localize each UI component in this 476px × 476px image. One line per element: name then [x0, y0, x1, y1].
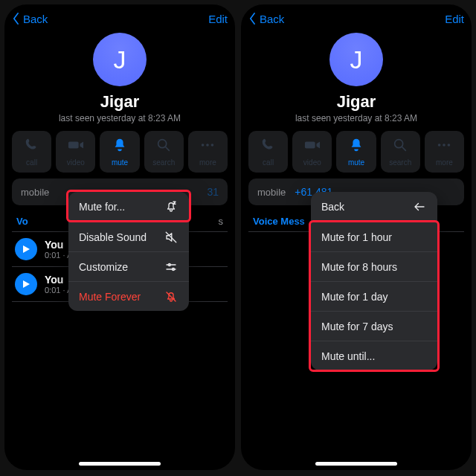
menu-8-hours[interactable]: Mute for 8 hours	[311, 251, 437, 281]
menu-mute-for-label: Mute for...	[79, 201, 125, 213]
video-button[interactable]: video	[56, 131, 95, 173]
play-icon[interactable]	[15, 273, 37, 295]
svg-point-6	[395, 140, 403, 148]
tab-fragment: s	[219, 216, 224, 227]
call-label: call	[263, 158, 274, 167]
svg-point-7	[438, 144, 441, 147]
svg-point-8	[443, 144, 446, 147]
back-button[interactable]: Back	[12, 12, 48, 25]
menu-1-hour-label: Mute for 1 hour	[321, 231, 392, 243]
mobile-label: mobile	[257, 187, 286, 198]
bell-icon	[112, 137, 128, 156]
back-label: Back	[23, 13, 48, 25]
search-label: search	[389, 158, 411, 167]
menu-disable-sound-label: Disable Sound	[79, 231, 147, 243]
mobile-value: 31	[207, 186, 219, 198]
tab-voice[interactable]: Vo	[16, 216, 28, 227]
menu-mute-forever[interactable]: Mute Forever	[68, 281, 189, 311]
search-button[interactable]: search	[381, 131, 420, 173]
play-icon[interactable]	[15, 238, 37, 260]
mute-label: mute	[112, 158, 128, 167]
mute-button[interactable]: mute	[100, 131, 139, 173]
svg-point-0	[158, 140, 167, 148]
search-label: search	[152, 158, 175, 167]
video-label: video	[303, 158, 321, 167]
avatar[interactable]: J	[329, 33, 383, 86]
more-label: more	[436, 158, 453, 167]
phone-icon	[260, 137, 277, 156]
last-seen: last seen yesterday at 8:23 AM	[295, 113, 417, 123]
back-button[interactable]: Back	[248, 12, 284, 25]
mute-duration-menu: Back Mute for 1 hour Mute for 8 hours Mu…	[311, 192, 437, 370]
home-indicator	[315, 462, 397, 466]
svg-point-2	[207, 144, 210, 147]
profile-name: Jigar	[337, 92, 376, 112]
menu-8-hours-label: Mute for 8 hours	[321, 261, 397, 273]
menu-mute-forever-label: Mute Forever	[79, 291, 141, 303]
menu-1-day[interactable]: Mute for 1 day	[311, 281, 437, 311]
profile-header: J Jigar last seen yesterday at 8:23 AM	[4, 33, 235, 123]
menu-7-days[interactable]: Mute for 7 days	[311, 311, 437, 341]
action-row: call video mute search more	[241, 123, 472, 173]
video-icon	[304, 137, 321, 156]
profile-header: J Jigar last seen yesterday at 8:23 AM	[241, 33, 472, 123]
menu-7-days-label: Mute for 7 days	[321, 321, 393, 332]
last-seen: last seen yesterday at 8:23 AM	[59, 113, 181, 123]
screenshot-left: Back Edit J Jigar last seen yesterday at…	[4, 4, 235, 470]
more-label: more	[199, 158, 216, 167]
search-icon	[155, 137, 172, 156]
menu-until-label: Mute until...	[321, 350, 375, 362]
screenshot-right: Back Edit J Jigar last seen yesterday at…	[241, 4, 472, 470]
menu-1-hour[interactable]: Mute for 1 hour	[311, 222, 437, 251]
edit-button[interactable]: Edit	[445, 13, 464, 25]
back-label: Back	[260, 13, 284, 25]
svg-point-3	[211, 144, 214, 147]
bell-slash-icon	[164, 289, 178, 304]
speaker-slash-icon	[164, 230, 178, 245]
call-button[interactable]: call	[12, 131, 51, 173]
mobile-label: mobile	[21, 187, 49, 198]
more-icon	[436, 137, 452, 156]
search-button[interactable]: search	[144, 131, 184, 173]
edit-button[interactable]: Edit	[208, 13, 228, 25]
sliders-icon	[164, 260, 178, 274]
tab-voice[interactable]: Voice Mess	[253, 216, 305, 227]
menu-mute-for[interactable]: Mute for...	[68, 192, 189, 222]
more-icon	[199, 137, 216, 156]
video-button[interactable]: video	[292, 131, 332, 173]
nav-bar: Back Edit	[241, 4, 472, 33]
avatar[interactable]: J	[93, 33, 147, 86]
bell-icon	[348, 137, 364, 156]
arrow-left-icon	[412, 199, 427, 214]
video-label: video	[67, 158, 85, 167]
phone-icon	[24, 137, 40, 156]
more-button[interactable]: more	[188, 131, 228, 173]
svg-point-9	[448, 144, 451, 147]
search-icon	[392, 137, 408, 156]
mute-button[interactable]: mute	[336, 131, 376, 173]
bell-z-icon	[164, 199, 178, 214]
call-label: call	[26, 158, 37, 167]
mute-label: mute	[348, 158, 364, 167]
svg-point-1	[202, 144, 205, 147]
menu-back[interactable]: Back	[311, 192, 437, 222]
home-indicator	[79, 462, 161, 466]
profile-name: Jigar	[100, 92, 140, 112]
mute-menu: Mute for... Disable Sound Customize Mute…	[68, 192, 189, 311]
call-button[interactable]: call	[248, 131, 288, 173]
video-icon	[68, 137, 84, 156]
menu-disable-sound[interactable]: Disable Sound	[68, 222, 189, 251]
menu-customize-label: Customize	[79, 261, 128, 273]
more-button[interactable]: more	[425, 131, 464, 173]
menu-until[interactable]: Mute until...	[311, 341, 437, 370]
menu-1-day-label: Mute for 1 day	[321, 291, 388, 303]
action-row: call video mute search more	[4, 123, 235, 173]
nav-bar: Back Edit	[4, 4, 235, 33]
menu-back-label: Back	[321, 201, 344, 213]
menu-customize[interactable]: Customize	[68, 251, 189, 281]
